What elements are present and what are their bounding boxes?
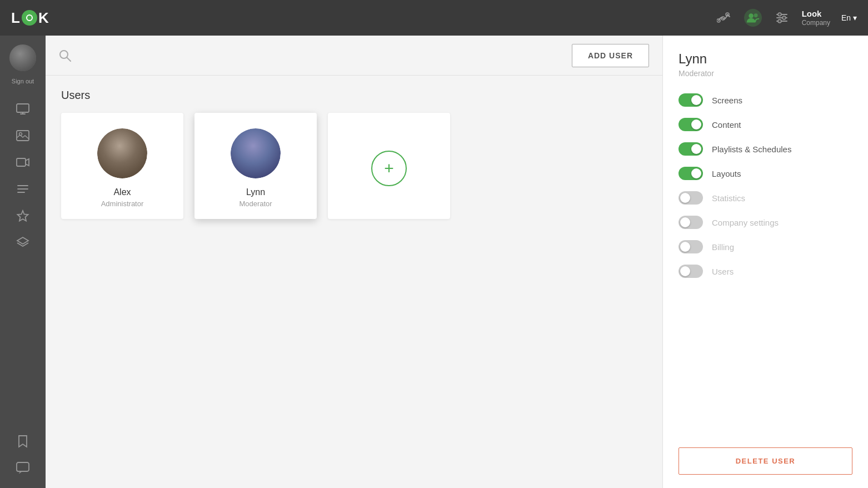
sidebar-item-bookmark[interactable] [9,430,36,452]
search-icon[interactable] [59,49,71,62]
toggle-slider-content [679,118,703,131]
avatar-alex-image [97,128,147,178]
avatar-image [9,44,36,71]
header-icons: Look Company En ▾ [715,9,857,27]
svg-point-9 [782,16,786,19]
toggle-layouts[interactable] [679,167,703,180]
toggle-slider-playlists [679,142,703,156]
permission-label-billing: Billing [712,242,734,252]
add-user-plus-icon: + [384,159,394,178]
sidebar-item-starred[interactable] [9,205,36,227]
svg-rect-11 [17,104,29,112]
svg-point-10 [778,19,781,23]
permission-label-company-settings: Company settings [712,218,779,227]
right-panel: Lynn Moderator Screens Content Playlist [662,36,868,488]
avatar-alex [97,128,147,178]
main-layout: Sign out [0,36,868,488]
header-user-company: Company [802,19,830,27]
users-icon[interactable] [744,9,762,27]
users-grid: Alex Administrator Lynn Moderator + [61,113,647,219]
users-title: Users [61,89,647,102]
panel-user-role: Moderator [679,69,852,78]
toggle-slider-statistics [679,191,703,205]
permission-row-content: Content [679,118,852,131]
permission-label-content: Content [712,120,741,130]
signout-label[interactable]: Sign out [12,78,34,84]
logo-ok: K [38,9,49,27]
toggle-slider-users [679,265,703,278]
user-name-alex: Alex [113,187,131,197]
avatar-lynn [231,128,281,178]
permission-row-screens: Screens [679,93,852,107]
permission-label-users: Users [712,267,734,276]
toggle-slider-billing [679,240,703,253]
svg-point-8 [778,13,781,16]
toolbar: ADD USER [46,36,662,76]
permission-row-layouts: Layouts [679,167,852,180]
add-user-button[interactable]: ADD USER [572,44,649,67]
app-logo[interactable]: L K [11,9,49,27]
permission-row-statistics: Statistics [679,191,852,205]
sidebar-item-playlists[interactable] [9,178,36,200]
sidebar-item-images[interactable] [9,125,36,147]
logo-l: L [11,9,21,27]
permission-row-company-settings: Company settings [679,216,852,229]
logo-inner [26,14,33,21]
toggle-playlists[interactable] [679,142,703,156]
delete-user-button[interactable]: DELETE USER [679,447,852,475]
svg-line-22 [67,57,71,61]
language-selector[interactable]: En ▾ [841,13,857,22]
sidebar-bottom [9,430,36,479]
svg-rect-14 [17,131,29,141]
avatar-lynn-image [231,128,281,178]
sidebar-item-layers[interactable] [9,231,36,253]
add-user-card[interactable]: + [328,113,450,219]
toggle-screens[interactable] [679,93,703,107]
sidebar-item-video[interactable] [9,151,36,173]
user-name-lynn: Lynn [246,187,265,197]
toggle-company-settings[interactable] [679,216,703,229]
permission-label-screens: Screens [712,96,742,105]
toggle-slider-screens [679,93,703,107]
toggle-slider-layouts [679,167,703,180]
logo-circle [22,10,37,26]
panel-user-name: Lynn [679,51,852,67]
sidebar-item-chat[interactable] [9,457,36,479]
toggle-billing[interactable] [679,240,703,253]
permission-row-users: Users [679,265,852,278]
panel-spacer [679,289,852,434]
avatar [9,44,36,71]
permission-label-layouts: Layouts [712,169,741,178]
toggle-users[interactable] [679,265,703,278]
svg-point-4 [754,13,757,17]
permission-row-playlists: Playlists & Schedules [679,142,852,156]
stats-icon[interactable] [715,9,733,27]
svg-rect-20 [17,462,29,471]
toggle-slider-company-settings [679,216,703,229]
toggle-content[interactable] [679,118,703,131]
svg-point-3 [749,13,754,18]
user-role-lynn: Moderator [239,200,272,208]
header-user[interactable]: Look Company [802,9,830,27]
permission-label-statistics: Statistics [712,193,745,203]
permission-label-playlists: Playlists & Schedules [712,145,791,154]
sidebar: Sign out [0,36,46,488]
users-section: Users Alex Administrator Lynn Modera [46,76,662,488]
content-area: ADD USER Users Alex Administrator [46,36,662,488]
header-user-name: Look [802,9,830,19]
settings-icon[interactable] [773,9,791,27]
add-user-circle: + [371,151,407,186]
permission-row-billing: Billing [679,240,852,253]
user-role-alex: Administrator [101,200,144,208]
app-header: L K [0,0,868,36]
user-card-alex[interactable]: Alex Administrator [61,113,183,219]
toggle-statistics[interactable] [679,191,703,205]
svg-rect-16 [17,158,26,166]
user-card-lynn[interactable]: Lynn Moderator [194,113,317,219]
sidebar-item-screens[interactable] [9,98,36,120]
